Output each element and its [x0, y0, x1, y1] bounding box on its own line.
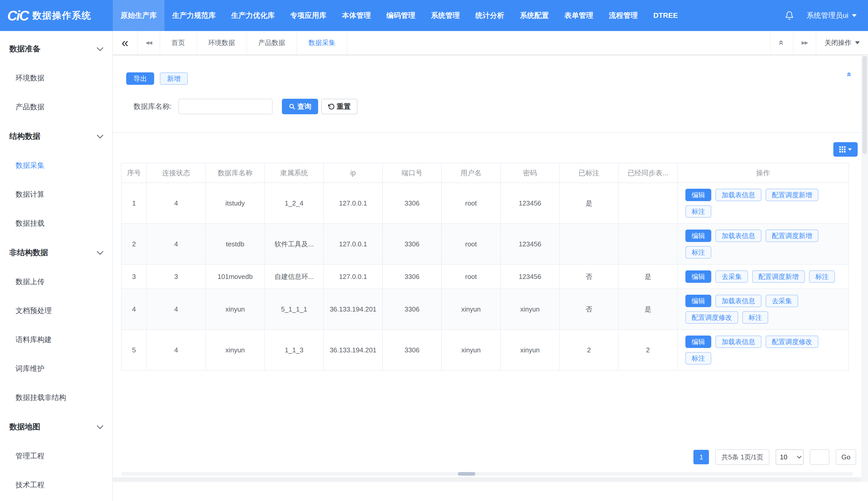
- go-button[interactable]: Go: [836, 449, 856, 465]
- sidebar-collapse-icon[interactable]: «: [113, 31, 137, 54]
- db-name-input[interactable]: [179, 99, 273, 114]
- user-menu[interactable]: 系统管理员ui: [806, 11, 857, 20]
- tab-strip: 首页环境数据产品数据数据采集: [160, 31, 770, 54]
- row-action-button[interactable]: 配置调度新增: [752, 270, 805, 283]
- topbar-nav-item[interactable]: 流程管理: [601, 0, 646, 31]
- page-1-button[interactable]: 1: [694, 450, 709, 464]
- sidebar-section[interactable]: 数据地图: [0, 412, 112, 441]
- topbar-nav-item[interactable]: 系统管理: [423, 0, 468, 31]
- tabbar: « ◀◀ 首页环境数据产品数据数据采集 « ▶▶ 关闭操作: [113, 31, 868, 55]
- table-cell: 否: [559, 289, 618, 330]
- row-action-button[interactable]: 标注: [685, 352, 711, 364]
- topbar-nav-item[interactable]: 专项应用库: [283, 0, 334, 31]
- row-action-button[interactable]: 加载表信息: [716, 295, 761, 307]
- collapse-search-icon[interactable]: «: [847, 70, 852, 78]
- table-cell: testdb: [205, 224, 265, 265]
- horizontal-scrollbar-thumb[interactable]: [458, 472, 475, 476]
- sidebar-item[interactable]: 产品数据: [0, 93, 112, 121]
- table-cell: 3306: [382, 183, 442, 224]
- sidebar-section-label: 数据准备: [9, 44, 40, 54]
- topbar-nav-item[interactable]: 生产力优化库: [223, 0, 283, 31]
- tab-item[interactable]: 产品数据: [247, 31, 297, 54]
- row-action-button[interactable]: 配置调度修改: [685, 311, 738, 324]
- sidebar-item[interactable]: 管理工程: [0, 441, 112, 470]
- add-button[interactable]: 新增: [160, 72, 188, 85]
- row-action-button[interactable]: 加载表信息: [716, 335, 761, 348]
- topbar-nav-item[interactable]: 编码管理: [379, 0, 423, 31]
- table-tools: [113, 133, 861, 157]
- sidebar-item[interactable]: 数据挂载: [0, 209, 112, 238]
- sidebar-section[interactable]: 非结构数据: [0, 238, 112, 267]
- vertical-scrollbar-thumb[interactable]: [862, 56, 867, 154]
- row-action-button[interactable]: 配置调度修改: [765, 335, 818, 348]
- row-actions: 编辑加载表信息配置调度修改标注: [685, 335, 840, 364]
- sidebar-item[interactable]: 语料库构建: [0, 325, 112, 354]
- row-action-button[interactable]: 标注: [809, 270, 835, 283]
- sidebar-section[interactable]: 结构数据: [0, 121, 112, 151]
- sidebar-item[interactable]: 文档预处理: [0, 296, 112, 325]
- sidebar-item[interactable]: 数据采集: [0, 151, 112, 180]
- reset-button[interactable]: 重置: [321, 99, 358, 114]
- scroll-to-top-icon[interactable]: «: [770, 31, 793, 54]
- query-button[interactable]: 查询: [282, 99, 318, 114]
- topbar-nav-item[interactable]: 原始生产库: [113, 0, 165, 31]
- topbar-nav-item[interactable]: 系统配置: [512, 0, 557, 31]
- table-cell: xinyun: [500, 330, 559, 371]
- sidebar-item[interactable]: 词库维护: [0, 354, 112, 383]
- close-operations-menu[interactable]: 关闭操作: [816, 31, 868, 54]
- tabbar-right: « ▶▶ 关闭操作: [770, 31, 868, 54]
- page-jump-input[interactable]: [810, 449, 829, 465]
- row-action-button[interactable]: 编辑: [685, 189, 711, 201]
- sidebar-item[interactable]: 数据计算: [0, 180, 112, 209]
- export-button[interactable]: 导出: [126, 72, 154, 85]
- row-action-button[interactable]: 标注: [685, 205, 711, 218]
- topbar-nav-item[interactable]: DTREE: [646, 0, 686, 31]
- table-cell: 2: [121, 224, 147, 265]
- table-header-cell: 操作: [677, 163, 849, 183]
- tab-item[interactable]: 数据采集: [297, 31, 347, 54]
- row-action-button[interactable]: 加载表信息: [716, 230, 761, 242]
- row-action-button[interactable]: 去采集: [716, 270, 748, 283]
- topbar-nav-item[interactable]: 生产力规范库: [165, 0, 223, 31]
- table-actions-cell: 编辑加载表信息配置调度新增标注: [677, 183, 849, 224]
- table-cell: 是: [559, 183, 618, 224]
- row-action-button[interactable]: 标注: [685, 246, 711, 258]
- sidebar-item[interactable]: 环境数据: [0, 64, 112, 93]
- row-action-button[interactable]: 配置调度新增: [765, 230, 818, 242]
- row-action-button[interactable]: 加载表信息: [716, 189, 761, 201]
- tabs-scroll-right-icon[interactable]: ▶▶: [793, 31, 816, 54]
- table-cell: 101movedb: [205, 265, 265, 289]
- tab-item[interactable]: 首页: [160, 31, 197, 54]
- tab-item[interactable]: 环境数据: [197, 31, 247, 54]
- row-action-button[interactable]: 配置调度新增: [765, 189, 818, 201]
- sidebar-menu: 数据准备环境数据产品数据结构数据数据采集数据计算数据挂载非结构数据数据上传文档预…: [0, 34, 112, 499]
- search-form: 数据库名称: 查询 重置: [134, 99, 861, 114]
- toolbar: 导出 新增: [113, 56, 861, 85]
- table-cell: 127.0.0.1: [324, 265, 382, 289]
- topbar-nav-item[interactable]: 表单管理: [557, 0, 601, 31]
- vertical-scrollbar[interactable]: [861, 55, 868, 482]
- sidebar-item[interactable]: 数据挂载非结构: [0, 383, 112, 412]
- sidebar-item[interactable]: 技术工程: [0, 470, 112, 499]
- topbar-nav-item[interactable]: 统计分析: [468, 0, 512, 31]
- tabs-scroll-left-icon[interactable]: ◀◀: [137, 31, 160, 54]
- sidebar-section[interactable]: 数据准备: [0, 34, 112, 64]
- sidebar: 数据准备环境数据产品数据结构数据数据采集数据计算数据挂载非结构数据数据上传文档预…: [0, 31, 113, 501]
- table-actions-cell: 编辑加载表信息配置调度新增标注: [677, 224, 849, 265]
- topbar-nav-item[interactable]: 本体管理: [334, 0, 379, 31]
- app-logo: CiC 数据操作系统: [0, 0, 113, 31]
- chevron-down-icon: [848, 148, 852, 151]
- row-action-button[interactable]: 编辑: [685, 230, 711, 242]
- sidebar-item[interactable]: 数据上传: [0, 267, 112, 296]
- horizontal-scrollbar[interactable]: [121, 472, 853, 476]
- notification-bell-icon[interactable]: [785, 10, 794, 21]
- row-action-button[interactable]: 编辑: [685, 270, 711, 283]
- row-action-button[interactable]: 去采集: [765, 295, 798, 307]
- row-action-button[interactable]: 编辑: [685, 295, 711, 307]
- row-action-button[interactable]: 标注: [742, 311, 768, 324]
- column-settings-button[interactable]: [833, 142, 858, 157]
- topbar-right: 系统管理员ui: [785, 0, 868, 31]
- row-action-button[interactable]: 编辑: [685, 335, 711, 348]
- table-cell: 自建信息环...: [265, 265, 324, 289]
- page-size-select[interactable]: 10: [776, 449, 804, 465]
